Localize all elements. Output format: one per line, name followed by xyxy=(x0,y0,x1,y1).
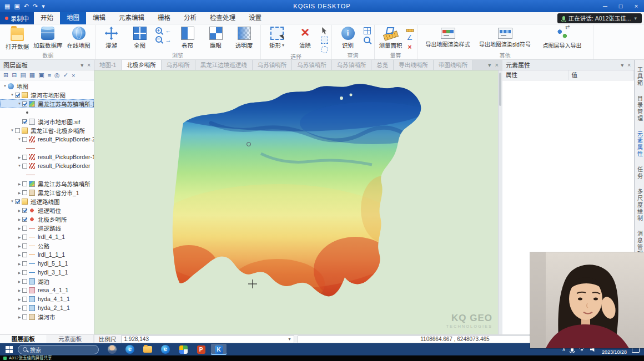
menu-tab-编辑[interactable]: 编辑 xyxy=(86,12,112,24)
spatial-query-icon[interactable] xyxy=(364,37,370,43)
measure-clear-icon[interactable] xyxy=(406,44,414,51)
tree-expander-icon[interactable]: ▶ xyxy=(17,217,22,221)
tree-item[interactable]: ▶hydl_5_1_1 xyxy=(0,259,94,268)
layer-visibility-checkbox[interactable] xyxy=(22,252,27,257)
tree-item[interactable]: ▶hydl_3_1_1 xyxy=(0,268,94,277)
ribbon-button-点图层导入导出[interactable]: 点图层导入导出 xyxy=(535,26,590,49)
tree-item[interactable]: ▶巡逻路线 xyxy=(0,223,94,232)
tree-item[interactable]: ▶漠河市 xyxy=(0,312,94,321)
map-tab-乌苏镇哨所[interactable]: 乌苏镇哨所 xyxy=(292,60,332,70)
layer-visibility-checkbox[interactable] xyxy=(22,119,27,124)
minimize-button[interactable]: ─ xyxy=(597,0,613,12)
map-tab-乌苏哨所[interactable]: 乌苏哨所 xyxy=(162,60,195,70)
map-tab-地图-1[interactable]: 地图-1 xyxy=(94,60,122,70)
taskbar-app-edge[interactable] xyxy=(122,344,138,355)
check-all-icon[interactable]: ✓ xyxy=(63,72,68,79)
tree-item[interactable]: ▶lrdl_4_1_1 xyxy=(0,232,94,241)
menu-tab-元素编辑[interactable]: 元素编辑 xyxy=(112,12,151,24)
recording-chip[interactable]: 录制中 xyxy=(0,12,34,24)
dock-tab-工具箱[interactable]: 工具箱 xyxy=(636,67,644,87)
ribbon-button-打开数据[interactable]: 打开数据 xyxy=(4,26,31,50)
dock-tab-元素属性[interactable]: 元素属性 xyxy=(636,131,644,157)
tree-item[interactable]: 漠河市地形图.sif xyxy=(0,117,94,126)
menu-tab-分析[interactable]: 分析 xyxy=(177,12,203,24)
tree-expander-icon[interactable]: ▶ xyxy=(17,262,22,266)
map-tab-带图线哨所[interactable]: 带图线哨所 xyxy=(434,60,474,70)
tree-expander-icon[interactable]: ▼ xyxy=(2,84,8,88)
layer-visibility-checkbox[interactable] xyxy=(22,243,27,248)
tree-expander-icon[interactable]: ▶ xyxy=(17,191,22,195)
expand-tree-icon[interactable]: ≡ xyxy=(48,72,51,79)
tree-expander-icon[interactable]: ▼ xyxy=(9,93,15,96)
map-tab-导出线哨所[interactable]: 导出线哨所 xyxy=(394,60,434,70)
map-tab-总览[interactable]: 总览 xyxy=(371,60,394,70)
ribbon-button-漫游[interactable]: 漫游 xyxy=(98,26,125,49)
tree-expander-icon[interactable]: ▼ xyxy=(17,102,22,105)
layer-visibility-checkbox[interactable] xyxy=(22,217,27,222)
ribbon-button-识别[interactable]: 识别 xyxy=(335,26,361,49)
tree-expander-icon[interactable]: ▼ xyxy=(9,200,15,203)
map-tab-乌苏镇哨所[interactable]: 乌苏镇哨所 xyxy=(253,60,293,70)
redo-icon[interactable]: ↷ xyxy=(33,0,38,12)
zoom-in-icon[interactable] xyxy=(155,27,162,34)
tree-item[interactable]: ▶巡逻哨位 xyxy=(0,206,94,215)
polygon-select-icon[interactable] xyxy=(321,37,328,44)
layer-visibility-checkbox[interactable] xyxy=(22,314,27,319)
customize-toolbar-icon[interactable]: ▾ xyxy=(42,0,45,12)
next-view-icon[interactable] xyxy=(165,37,172,44)
tree-item[interactable]: ▼地图 xyxy=(0,82,94,90)
tree-expander-icon[interactable]: ▶ xyxy=(17,244,22,248)
scale-dropdown[interactable]: 1:928,143 ▾ xyxy=(121,335,294,343)
tree-expander-icon[interactable]: ▶ xyxy=(17,271,22,274)
measure-angle-icon[interactable] xyxy=(406,34,414,42)
tab-close-icon[interactable]: × xyxy=(495,62,499,69)
remove-layer-icon[interactable]: ⊟ xyxy=(12,72,17,79)
layer-visibility-checkbox[interactable] xyxy=(15,128,20,133)
tree-expander-icon[interactable]: ▶ xyxy=(17,209,22,212)
tree-expander-icon[interactable]: ▶ xyxy=(17,288,22,292)
layer-visibility-checkbox[interactable] xyxy=(15,93,20,98)
tree-expander-icon[interactable]: ▶ xyxy=(17,315,22,319)
maximize-button[interactable]: □ xyxy=(613,0,628,12)
tree-item[interactable]: ▶公路 xyxy=(0,241,94,250)
dock-tab-目录管理[interactable]: 目录管理 xyxy=(636,95,644,122)
tree-expander-icon[interactable]: ▶ xyxy=(17,182,22,186)
start-button[interactable] xyxy=(0,343,18,355)
tree-expander-icon[interactable]: ▶ xyxy=(17,306,22,310)
tree-expander-icon[interactable]: ▶ xyxy=(17,279,22,283)
layer-visibility-checkbox[interactable] xyxy=(22,270,27,275)
tree-expander-icon[interactable]: ▶ xyxy=(17,155,22,159)
ribbon-button-导出地图渲染样式[interactable]: 导出地图渲染样式 xyxy=(420,26,476,48)
tree-expander-icon[interactable]: ▶ xyxy=(17,226,22,230)
menu-tab-检查处理[interactable]: 检查处理 xyxy=(203,12,242,24)
layer-visibility-checkbox[interactable] xyxy=(22,101,27,106)
measure-length-icon[interactable] xyxy=(406,29,414,32)
tree-item[interactable]: ▶resa_4_1_1 xyxy=(0,286,94,294)
taskbar-app-maps[interactable] xyxy=(175,344,191,355)
attribute-query-icon[interactable] xyxy=(364,27,371,34)
layer-visibility-checkbox[interactable] xyxy=(22,226,27,231)
layer-visibility-checkbox[interactable] xyxy=(22,164,27,169)
ribbon-button-卷帘[interactable]: 卷帘 xyxy=(174,26,201,49)
map-tab-北极乡哨所[interactable]: 北极乡哨所 xyxy=(122,60,162,70)
map-vertical-scrollbar[interactable] xyxy=(498,70,502,334)
ribbon-button-在线地图[interactable]: 在线地图 xyxy=(66,26,92,49)
ribbon-button-导出地图渲染sld符号[interactable]: 导出地图渲染sld符号 xyxy=(477,26,533,48)
menu-tab-开始[interactable]: 开始 xyxy=(34,12,60,24)
panel-menu-icon[interactable]: ▾ xyxy=(621,62,623,68)
bottom-tab-元素面板[interactable]: 元素面板 xyxy=(47,335,94,343)
layer-visibility-checkbox[interactable] xyxy=(22,261,27,266)
tree-item[interactable]: ▶hyda_2_1_1 xyxy=(0,303,94,312)
tree-expander-icon[interactable]: ▶ xyxy=(17,253,22,257)
layer-visibility-checkbox[interactable] xyxy=(22,235,27,240)
layer-visibility-checkbox[interactable] xyxy=(22,208,27,213)
ribbon-button-鹰眼[interactable]: 鹰眼 xyxy=(203,26,229,49)
layer-visibility-checkbox[interactable] xyxy=(22,155,27,160)
tree-item[interactable]: ▶result_PickupBorder-1 xyxy=(0,152,94,161)
tree-item[interactable]: ▼黑龙江苏乌苏镇哨所-1 (*) xyxy=(0,99,94,108)
menu-tab-设置[interactable]: 设置 xyxy=(242,12,268,24)
dock-tab-多尺度绘制[interactable]: 多尺度绘制 xyxy=(636,189,644,222)
tree-expander-icon[interactable]: ▶ xyxy=(17,235,22,239)
pointer-select-icon[interactable] xyxy=(321,27,328,34)
taskbar-app-powerpoint[interactable] xyxy=(193,344,209,355)
